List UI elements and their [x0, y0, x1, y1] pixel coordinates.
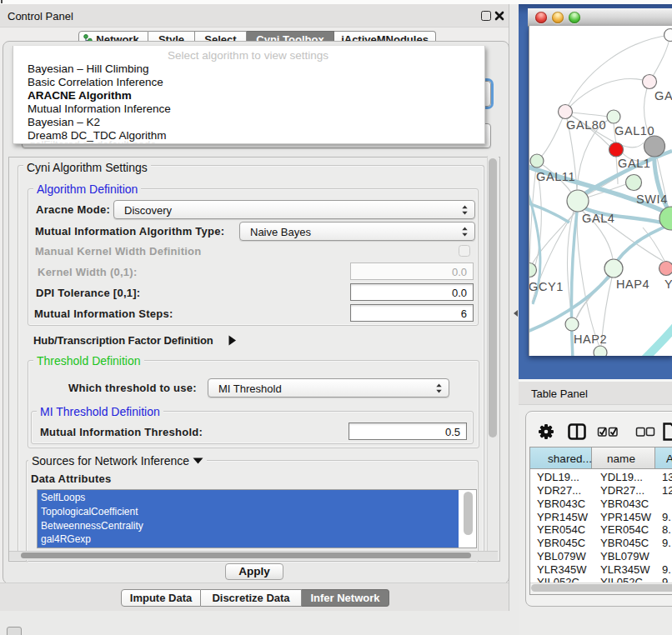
svg-text:GAL7: GAL7 [654, 89, 672, 102]
svg-text:GAL80: GAL80 [566, 118, 606, 132]
svg-text:GAL10: GAL10 [614, 124, 654, 138]
svg-text:SWI4: SWI4 [636, 192, 668, 206]
svg-text:GAL1: GAL1 [618, 157, 650, 170]
svg-text:HAP2: HAP2 [574, 332, 607, 346]
svg-text:GCY1: GCY1 [529, 280, 564, 293]
svg-text:HAP4: HAP4 [616, 278, 649, 291]
svg-text:Y: Y [664, 278, 672, 291]
svg-text:GAL11: GAL11 [536, 170, 575, 183]
svg-text:GAL4: GAL4 [582, 212, 614, 225]
